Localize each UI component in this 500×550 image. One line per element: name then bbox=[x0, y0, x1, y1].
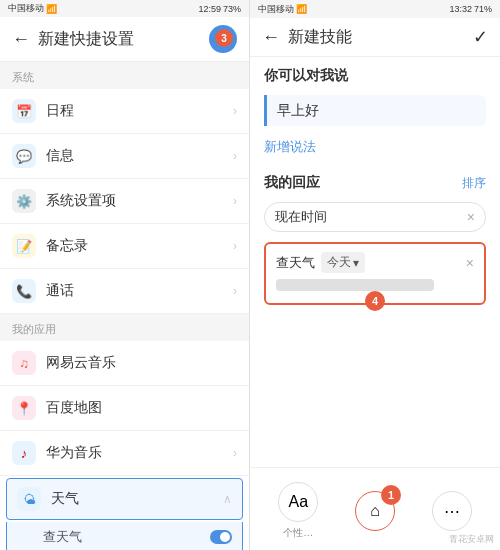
response-header: 我的回应 排序 bbox=[250, 166, 500, 198]
you-can-say-title: 你可以对我说 bbox=[250, 57, 500, 91]
left-check-wrapper: ✓ 3 bbox=[209, 25, 237, 53]
response-card-top: 查天气 今天 ▾ × bbox=[276, 252, 474, 273]
settings-chevron-icon: › bbox=[233, 194, 237, 208]
note-chevron-icon: › bbox=[233, 239, 237, 253]
dropdown-arrow-icon: ▾ bbox=[353, 256, 359, 270]
note-label: 备忘录 bbox=[46, 237, 233, 255]
weather-chevron-icon: ∧ bbox=[223, 492, 232, 506]
right-status-bar: 中国移动 📶 13:32 71% bbox=[250, 0, 500, 18]
settings-icon: ⚙️ bbox=[12, 189, 36, 213]
phone-icon: 📞 bbox=[12, 279, 36, 303]
left-battery: 73% bbox=[223, 4, 241, 14]
menu-item-message[interactable]: 💬 信息 › bbox=[0, 134, 249, 179]
menu-item-netease[interactable]: ♫ 网易云音乐 bbox=[0, 341, 249, 386]
tag-time-close-button[interactable]: × bbox=[467, 209, 475, 225]
speech-bubble: 早上好 bbox=[264, 95, 486, 126]
right-panel: 中国移动 📶 13:32 71% ← 新建技能 ✓ 你可以对我说 早上好 新增说… bbox=[250, 0, 500, 550]
left-status-left: 中国移动 📶 bbox=[8, 2, 57, 15]
message-label: 信息 bbox=[46, 147, 233, 165]
add-expression-button[interactable]: 新增说法 bbox=[250, 134, 500, 166]
badge-4: 4 bbox=[365, 291, 385, 311]
right-page-title: 新建技能 bbox=[288, 27, 473, 48]
action-home-wrapper: ⌂ 1 bbox=[355, 491, 395, 531]
right-status-right: 13:32 71% bbox=[449, 4, 492, 14]
badge-1: 1 bbox=[381, 485, 401, 505]
left-status-bar: 中国移动 📶 12:59 73% bbox=[0, 0, 249, 17]
netease-label: 网易云音乐 bbox=[46, 354, 237, 372]
schedule-label: 日程 bbox=[46, 102, 233, 120]
baidu-map-label: 百度地图 bbox=[46, 399, 237, 417]
left-carrier: 中国移动 bbox=[8, 2, 44, 15]
left-page-title: 新建快捷设置 bbox=[38, 29, 209, 50]
left-status-right: 12:59 73% bbox=[198, 4, 241, 14]
response-tag-time: 现在时间 × bbox=[264, 202, 486, 232]
baidu-map-icon: 📍 bbox=[12, 396, 36, 420]
huawei-music-label: 华为音乐 bbox=[46, 444, 233, 462]
left-time: 12:59 bbox=[198, 4, 221, 14]
weather-icon: 🌤 bbox=[17, 487, 41, 511]
response-card-label: 查天气 bbox=[276, 254, 315, 272]
right-time: 13:32 bbox=[449, 4, 472, 14]
right-battery: 71% bbox=[474, 4, 492, 14]
action-more[interactable]: ⋯ bbox=[432, 491, 472, 531]
dropdown-value: 今天 bbox=[327, 254, 351, 271]
right-carrier: 中国移动 bbox=[258, 3, 294, 16]
response-card-sub-content bbox=[276, 279, 434, 291]
right-top-bar: ← 新建技能 ✓ bbox=[250, 18, 500, 57]
right-signal-icon: 📶 bbox=[296, 4, 307, 14]
huawei-music-icon: ♪ bbox=[12, 441, 36, 465]
menu-subitem-weather-query[interactable]: 查天气 bbox=[6, 522, 243, 550]
menu-item-schedule[interactable]: 📅 日程 › bbox=[0, 89, 249, 134]
response-card-weather: 查天气 今天 ▾ × 4 bbox=[264, 242, 486, 305]
note-icon: 📝 bbox=[12, 234, 36, 258]
message-chevron-icon: › bbox=[233, 149, 237, 163]
menu-item-phone[interactable]: 📞 通话 › bbox=[0, 269, 249, 314]
weather-label: 天气 bbox=[51, 490, 223, 508]
netease-icon: ♫ bbox=[12, 351, 36, 375]
menu-item-baidu-map[interactable]: 📍 百度地图 bbox=[0, 386, 249, 431]
menu-item-weather[interactable]: 🌤 天气 ∧ bbox=[6, 478, 243, 520]
sort-button[interactable]: 排序 bbox=[462, 175, 486, 192]
response-card-dropdown[interactable]: 今天 ▾ bbox=[321, 252, 365, 273]
menu-item-settings[interactable]: ⚙️ 系统设置项 › bbox=[0, 179, 249, 224]
personalize-label: 个性… bbox=[283, 526, 313, 540]
left-signal-icon: 📶 bbox=[46, 4, 57, 14]
settings-label: 系统设置项 bbox=[46, 192, 233, 210]
schedule-icon: 📅 bbox=[12, 99, 36, 123]
action-personalize[interactable]: Aa 个性… bbox=[278, 482, 318, 540]
personalize-icon: Aa bbox=[278, 482, 318, 522]
menu-item-huawei-music[interactable]: ♪ 华为音乐 › bbox=[0, 431, 249, 476]
tag-time-label: 现在时间 bbox=[275, 208, 327, 226]
speech-text: 早上好 bbox=[277, 102, 319, 118]
schedule-chevron-icon: › bbox=[233, 104, 237, 118]
response-card-close-button[interactable]: × bbox=[466, 255, 474, 271]
right-status-left: 中国移动 📶 bbox=[258, 3, 307, 16]
left-myapps-label: 我的应用 bbox=[0, 314, 249, 341]
watermark: 青花安卓网 bbox=[449, 533, 494, 546]
left-system-label: 系统 bbox=[0, 62, 249, 89]
left-back-button[interactable]: ← bbox=[12, 29, 30, 50]
phone-chevron-icon: › bbox=[233, 284, 237, 298]
response-title: 我的回应 bbox=[264, 174, 320, 192]
right-back-button[interactable]: ← bbox=[262, 27, 280, 48]
more-icon: ⋯ bbox=[432, 491, 472, 531]
phone-label: 通话 bbox=[46, 282, 233, 300]
message-icon: 💬 bbox=[12, 144, 36, 168]
menu-item-note[interactable]: 📝 备忘录 › bbox=[0, 224, 249, 269]
weather-toggle[interactable] bbox=[210, 530, 232, 544]
left-panel: 中国移动 📶 12:59 73% ← 新建快捷设置 ✓ 3 系统 📅 日程 › bbox=[0, 0, 250, 550]
weather-query-label: 查天气 bbox=[43, 528, 210, 546]
right-confirm-icon[interactable]: ✓ bbox=[473, 26, 488, 48]
huawei-chevron-icon: › bbox=[233, 446, 237, 460]
left-badge: 3 bbox=[215, 29, 233, 47]
left-top-bar: ← 新建快捷设置 ✓ 3 bbox=[0, 17, 249, 62]
